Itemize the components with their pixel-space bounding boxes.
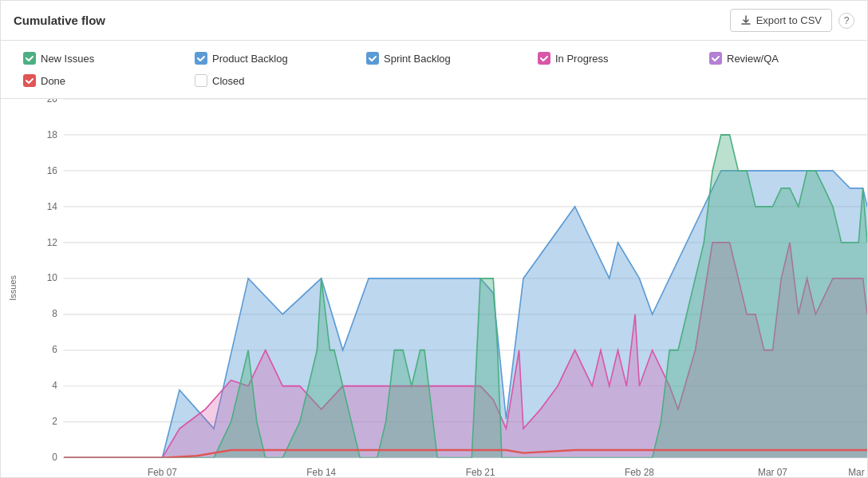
done-label: Done [41, 75, 65, 87]
new-issues-checkbox[interactable] [23, 52, 36, 65]
sprint-backlog-checkbox[interactable] [366, 52, 379, 65]
chart-area: Issues 0 2 4 6 [1, 99, 867, 477]
x-label-mar14: Mar 14 [848, 466, 867, 477]
closed-label: Closed [212, 75, 244, 87]
header-actions: Export to CSV ? [730, 9, 854, 32]
legend-row-2: Done Closed [14, 69, 854, 92]
info-icon-label: ? [844, 15, 850, 26]
in-progress-label: In Progress [555, 53, 608, 65]
main-container: Cumulative flow Export to CSV ? New Issu… [0, 0, 868, 478]
legend-item-in-progress[interactable]: In Progress [528, 47, 700, 69]
export-icon [740, 15, 752, 26]
svg-text:20: 20 [47, 99, 57, 105]
sprint-backlog-label: Sprint Backlog [384, 53, 451, 65]
closed-checkbox[interactable] [195, 74, 207, 87]
svg-text:18: 18 [47, 128, 57, 140]
check-icon [25, 53, 34, 63]
done-checkbox[interactable] [23, 74, 36, 87]
chart-svg: 0 2 4 6 8 10 12 14 16 18 [25, 99, 867, 477]
svg-text:2: 2 [52, 416, 57, 428]
review-qa-checkbox[interactable] [709, 52, 722, 65]
svg-text:8: 8 [52, 308, 57, 320]
chart-title: Cumulative flow [14, 14, 105, 27]
chart-header: Cumulative flow Export to CSV ? [1, 1, 867, 41]
check-icon [196, 53, 206, 63]
info-button[interactable]: ? [838, 13, 854, 29]
y-axis-label: Issues [8, 275, 18, 301]
check-icon [539, 53, 549, 63]
svg-text:14: 14 [47, 200, 57, 212]
in-progress-checkbox[interactable] [538, 52, 550, 65]
svg-text:0: 0 [52, 452, 57, 464]
x-label-feb28: Feb 28 [625, 466, 654, 477]
product-backlog-label: Product Backlog [212, 53, 288, 65]
svg-text:10: 10 [47, 272, 57, 284]
svg-text:12: 12 [47, 236, 57, 248]
legend-row-1: New Issues Product Backlog Sprint Backlo… [14, 47, 854, 69]
legend-item-product-backlog[interactable]: Product Backlog [185, 47, 357, 69]
check-icon [25, 76, 34, 85]
legend-item-closed[interactable]: Closed [185, 69, 357, 92]
check-icon [711, 53, 720, 63]
check-icon [368, 53, 377, 63]
svg-text:6: 6 [52, 344, 57, 356]
y-axis-label-container: Issues [1, 99, 25, 477]
product-backlog-checkbox[interactable] [195, 52, 207, 65]
chart-inner: 0 2 4 6 8 10 12 14 16 18 [25, 99, 867, 477]
chart-legend: New Issues Product Backlog Sprint Backlo… [1, 41, 867, 99]
legend-item-done[interactable]: Done [14, 69, 185, 92]
review-qa-label: Review/QA [727, 53, 779, 65]
legend-item-sprint-backlog[interactable]: Sprint Backlog [357, 47, 528, 69]
x-label-feb07: Feb 07 [148, 466, 177, 477]
legend-item-new-issues[interactable]: New Issues [14, 47, 185, 69]
export-csv-button[interactable]: Export to CSV [730, 9, 832, 32]
legend-item-review-qa[interactable]: Review/QA [700, 47, 868, 69]
export-label: Export to CSV [756, 14, 822, 26]
svg-text:16: 16 [47, 164, 57, 176]
x-label-mar07: Mar 07 [758, 466, 787, 477]
x-label-feb14: Feb 14 [306, 466, 336, 477]
x-label-feb21: Feb 21 [466, 466, 495, 477]
new-issues-label: New Issues [41, 53, 94, 65]
svg-text:4: 4 [52, 380, 57, 392]
